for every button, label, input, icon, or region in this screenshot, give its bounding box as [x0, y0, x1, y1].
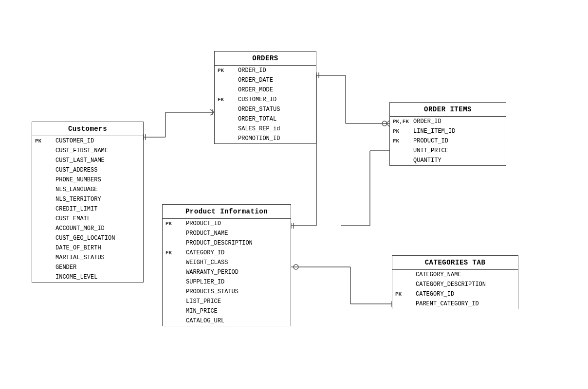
- field-name: PROMOTION_ID: [238, 135, 280, 142]
- categories-tab-table-body: CATEGORY_NAME CATEGORY_DESCRIPTION PKCAT…: [392, 270, 518, 309]
- table-row: NLS_LANGUAGE: [32, 185, 143, 194]
- customers-table-body: PKCUSTOMER_ID CUST_FIRST_NAME CUST_LAST_…: [32, 136, 143, 282]
- key-label: FK: [393, 138, 411, 144]
- customers-table: Customers PKCUSTOMER_ID CUST_FIRST_NAME …: [32, 122, 144, 283]
- field-name: CUSTOMER_ID: [55, 138, 94, 144]
- field-name: MARTIAL_STATUS: [55, 254, 105, 261]
- product-info-table-title: Product Information: [163, 205, 291, 219]
- field-name: LIST_PRICE: [186, 298, 221, 305]
- field-name: CATEGORY_ID: [416, 291, 454, 298]
- product-info-table-body: PKPRODUCT_ID PRODUCT_NAME PRODUCT_DESCRI…: [163, 219, 291, 326]
- table-row: PRODUCTS_STATUS: [163, 287, 291, 297]
- table-row: PK,FKORDER_ID: [390, 117, 506, 126]
- field-name: PRODUCT_DESCRIPTION: [186, 240, 253, 247]
- table-row: FKCATEGORY_ID: [163, 248, 291, 258]
- table-row: PRODUCT_NAME: [163, 229, 291, 238]
- field-name: CUST_FIRST_NAME: [55, 147, 108, 154]
- table-row: NLS_TERRITORY: [32, 194, 143, 204]
- field-name: WARRANTY_PERIOD: [186, 269, 239, 276]
- field-name: ORDER_ID: [238, 67, 266, 74]
- table-row: MARTIAL_STATUS: [32, 253, 143, 263]
- key-label: PK: [35, 138, 54, 144]
- table-row: PKORDER_ID: [215, 66, 316, 75]
- table-row: CUST_EMAIL: [32, 214, 143, 224]
- key-label: FK: [165, 250, 184, 256]
- key-label: PK,FK: [393, 119, 411, 124]
- field-name: PRODUCT_ID: [413, 138, 448, 144]
- orders-table: ORDERS PKORDER_ID ORDER_DATE ORDER_MODE …: [214, 51, 316, 144]
- order-items-table: ORDER ITEMS PK,FKORDER_ID PKLINE_ITEM_ID…: [389, 102, 506, 166]
- field-name: PRODUCT_ID: [186, 220, 221, 227]
- table-row: ORDER_MODE: [215, 85, 316, 95]
- table-row: CREDIT_LIMIT: [32, 204, 143, 214]
- field-name: CUST_GEO_LOCATION: [55, 235, 115, 242]
- key-label: PK: [393, 128, 411, 134]
- order-items-table-title: ORDER ITEMS: [390, 103, 506, 117]
- field-name: CUST_LAST_NAME: [55, 157, 105, 164]
- field-name: ORDER_MODE: [238, 87, 273, 93]
- field-name: NLS_LANGUAGE: [55, 186, 97, 193]
- svg-line-15: [386, 124, 389, 126]
- svg-line-14: [386, 121, 389, 124]
- field-name: WEIGHT_CLASS: [186, 259, 228, 266]
- field-name: LINE_ITEM_ID: [413, 128, 455, 135]
- field-name: DATE_OF_BIRTH: [55, 245, 101, 251]
- field-name: PARENT_CATEGORY_ID: [416, 301, 479, 307]
- table-row: SALES_REP_id: [215, 124, 316, 134]
- svg-line-6: [210, 112, 214, 115]
- table-row: QUANTITY: [390, 156, 506, 165]
- field-name: ORDER_DATE: [238, 77, 273, 84]
- key-label: PK: [165, 221, 184, 227]
- table-row: PARENT_CATEGORY_ID: [392, 299, 518, 309]
- field-name: GENDER: [55, 264, 76, 271]
- table-row: ORDER_DATE: [215, 75, 316, 85]
- categories-tab-table: CATEGORIES TAB CATEGORY_NAME CATEGORY_DE…: [392, 255, 518, 309]
- key-label: PK: [218, 68, 236, 73]
- svg-point-13: [382, 121, 387, 126]
- table-row: CATEGORY_NAME: [392, 270, 518, 280]
- table-row: INCOME_LEVEL: [32, 272, 143, 282]
- field-name: QUANTITY: [413, 157, 441, 164]
- key-label: PK: [395, 291, 414, 297]
- table-row: CUST_FIRST_NAME: [32, 146, 143, 156]
- table-row: PROMOTION_ID: [215, 134, 316, 143]
- svg-line-5: [210, 109, 214, 112]
- table-row: PKCATEGORY_ID: [392, 289, 518, 299]
- field-name: CUST_EMAIL: [55, 215, 91, 222]
- table-row: PKPRODUCT_ID: [163, 219, 291, 229]
- table-row: LIST_PRICE: [163, 297, 291, 306]
- table-row: PKLINE_ITEM_ID: [390, 126, 506, 136]
- field-name: SUPPLIER_ID: [186, 279, 224, 285]
- table-row: GENDER: [32, 263, 143, 272]
- field-name: ORDER_STATUS: [238, 106, 280, 113]
- orders-table-title: ORDERS: [215, 52, 316, 66]
- key-label: FK: [218, 97, 236, 103]
- table-row: CATALOG_URL: [163, 316, 291, 326]
- table-row: SUPPLIER_ID: [163, 277, 291, 287]
- field-name: CATEGORY_NAME: [416, 271, 461, 278]
- table-row: CATEGORY_DESCRIPTION: [392, 280, 518, 289]
- field-name: SALES_REP_id: [238, 125, 280, 132]
- categories-tab-table-title: CATEGORIES TAB: [392, 256, 518, 270]
- table-row: ACCOUNT_MGR_ID: [32, 224, 143, 233]
- customers-table-title: Customers: [32, 122, 143, 136]
- field-name: CUST_ADDRESS: [55, 167, 97, 174]
- table-row: DATE_OF_BIRTH: [32, 243, 143, 253]
- svg-point-28: [294, 265, 298, 269]
- table-row: CUST_ADDRESS: [32, 165, 143, 175]
- table-row: PKCUSTOMER_ID: [32, 136, 143, 146]
- field-name: CUSTOMER_ID: [238, 96, 276, 103]
- product-info-table: Product Information PKPRODUCT_ID PRODUCT…: [162, 204, 291, 326]
- field-name: PHONE_NUMBERS: [55, 177, 101, 183]
- field-name: CATALOG_URL: [186, 318, 224, 324]
- field-name: MIN_PRICE: [186, 308, 218, 315]
- table-row: PRODUCT_DESCRIPTION: [163, 238, 291, 248]
- field-name: ORDER_ID: [413, 118, 441, 125]
- diagram-container: Customers PKCUSTOMER_ID CUST_FIRST_NAME …: [0, 0, 588, 389]
- field-name: CREDIT_LIMIT: [55, 206, 97, 212]
- orders-table-body: PKORDER_ID ORDER_DATE ORDER_MODE FKCUSTO…: [215, 66, 316, 143]
- field-name: ACCOUNT_MGR_ID: [55, 225, 105, 232]
- order-items-table-body: PK,FKORDER_ID PKLINE_ITEM_ID FKPRODUCT_I…: [390, 117, 506, 165]
- table-row: CUST_GEO_LOCATION: [32, 233, 143, 243]
- field-name: CATEGORY_ID: [186, 249, 224, 256]
